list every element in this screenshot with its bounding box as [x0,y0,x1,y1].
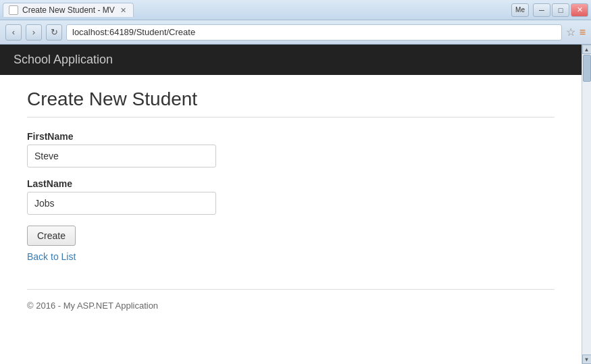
title-bar: Create New Student - MV ✕ Me ─ □ ✕ [0,0,591,20]
form-actions: Create [27,226,555,251]
lastname-label: LastName [27,178,555,189]
browser-tab[interactable]: Create New Student - MV ✕ [3,3,134,17]
forward-icon: › [32,27,35,37]
scrollbar[interactable]: ▲ ▼ [582,45,591,364]
app-navbar: School Application [0,45,582,75]
refresh-button[interactable]: ↻ [46,24,62,41]
minimize-button[interactable]: ─ [533,3,550,17]
refresh-icon: ↻ [51,27,58,37]
browser-content: School Application Create New Student Fi… [0,45,591,364]
scroll-down-button[interactable]: ▼ [582,355,592,364]
browser-menu-icon[interactable]: ≡ [580,26,586,38]
firstname-input[interactable] [27,145,216,167]
create-button[interactable]: Create [27,226,76,246]
title-bar-left: Create New Student - MV ✕ [3,3,134,17]
forward-button[interactable]: › [26,24,42,41]
heading-divider [27,117,555,118]
maximize-button[interactable]: □ [552,3,569,17]
address-bar: ‹ › ↻ ☆ ≡ [0,20,591,45]
tab-close-button[interactable]: ✕ [119,6,128,15]
page-content: Create New Student FirstName LastName Cr… [0,75,582,331]
scroll-thumb[interactable] [583,55,591,82]
tab-favicon [9,5,18,15]
close-button[interactable]: ✕ [571,3,588,17]
copyright-text: © 2016 - My ASP.NET Application [27,301,158,311]
me-button[interactable]: Me [511,3,529,17]
app-title: School Application [14,53,113,66]
lastname-group: LastName [27,178,555,215]
title-bar-controls: Me ─ □ ✕ [511,3,588,17]
scroll-track[interactable] [582,54,591,355]
firstname-label: FirstName [27,131,555,142]
tab-label: Create New Student - MV [22,5,115,15]
back-to-list-link[interactable]: Back to List [27,251,555,262]
url-input[interactable] [66,24,562,41]
page-area: School Application Create New Student Fi… [0,45,582,364]
back-button[interactable]: ‹ [5,24,22,41]
scroll-up-button[interactable]: ▲ [582,45,592,54]
lastname-input[interactable] [27,192,216,215]
minimize-icon: ─ [539,6,544,14]
bookmark-icon[interactable]: ☆ [566,26,575,38]
firstname-group: FirstName [27,131,555,167]
maximize-icon: □ [559,6,563,14]
page-heading: Create New Student [27,88,555,110]
page-footer: © 2016 - My ASP.NET Application [27,289,555,311]
back-icon: ‹ [12,27,15,37]
close-icon: ✕ [577,5,583,14]
